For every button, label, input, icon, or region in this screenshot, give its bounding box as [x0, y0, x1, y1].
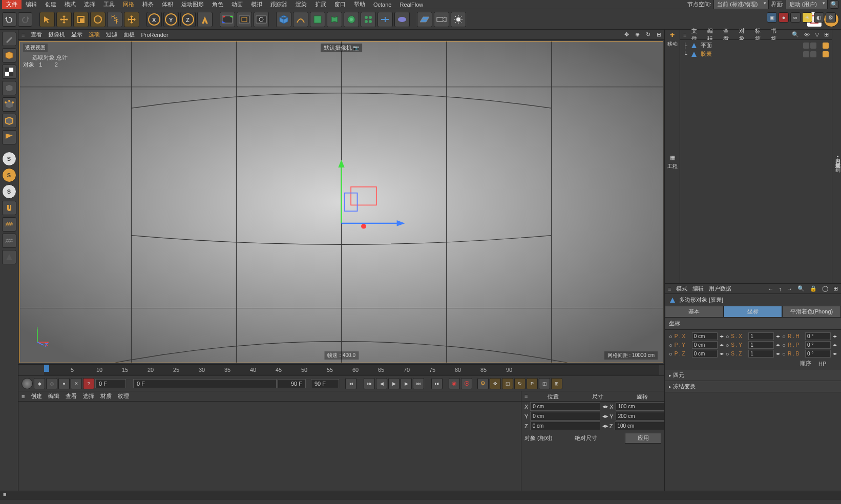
phong-tag-icon[interactable] — [823, 51, 829, 57]
vp-filter[interactable]: 过滤 — [106, 31, 117, 38]
mat-create[interactable]: 创建 — [31, 392, 42, 400]
menu-help[interactable]: 帮助 — [350, 0, 369, 9]
timeline-end1-field[interactable] — [278, 379, 306, 388]
render-view-button[interactable] — [220, 12, 235, 27]
menu-tools[interactable]: 工具 — [99, 0, 119, 9]
attr-sz-input[interactable] — [748, 350, 774, 358]
hamburger-icon[interactable]: ≡ — [668, 286, 671, 292]
coord-mode-dropdown[interactable]: 对象 (相对) — [524, 434, 572, 442]
keyframe-opts[interactable]: ✕ — [71, 378, 82, 389]
phong-tag-icon[interactable] — [823, 43, 829, 49]
menu-extensions[interactable]: 扩展 — [311, 0, 330, 9]
attr-new-icon[interactable]: ◯ — [822, 285, 828, 292]
mini-shadow-icon[interactable]: ◐ — [814, 12, 824, 23]
obj-eye-icon[interactable]: 👁 — [804, 32, 810, 38]
scene-button[interactable] — [377, 12, 393, 27]
object-name[interactable]: 平面 — [701, 41, 712, 49]
attr-py-input[interactable] — [692, 341, 718, 349]
hamburger-icon[interactable]: ≡ — [22, 393, 25, 400]
coord-size-mode-dropdown[interactable]: 绝对尺寸 — [575, 434, 622, 442]
attr-userdata[interactable]: 用户数据 — [709, 285, 731, 292]
menu-mograph[interactable]: 运动图形 — [177, 0, 208, 9]
menu-realflow[interactable]: RealFlow — [395, 1, 427, 9]
param-dot[interactable]: ○ — [782, 333, 786, 340]
menu-simulate[interactable]: 模拟 — [247, 0, 266, 9]
position-z-input[interactable] — [530, 422, 600, 430]
rotate-tool[interactable] — [90, 12, 106, 27]
vp-prorender[interactable]: ProRender — [141, 32, 168, 38]
param-key-button[interactable]: P — [527, 378, 538, 389]
x-axis-toggle[interactable]: X — [146, 12, 162, 27]
attr-expand-icon[interactable]: ⊞ — [833, 285, 838, 292]
keyframe-auto[interactable]: ◇ — [46, 378, 57, 389]
z-axis-toggle[interactable]: Z — [180, 12, 196, 27]
menu-volume[interactable]: 体积 — [158, 0, 177, 9]
position-x-input[interactable] — [530, 402, 600, 411]
attr-rb-input[interactable] — [805, 350, 831, 358]
position-y-input[interactable] — [530, 412, 600, 421]
attr-quaternion-fold[interactable]: 四元 — [665, 370, 841, 381]
texture-mode-button[interactable] — [2, 65, 16, 79]
menu-mesh[interactable]: 网格 — [119, 0, 138, 9]
menu-render[interactable]: 渲染 — [291, 0, 311, 9]
vp-rotate-icon[interactable]: ↻ — [646, 31, 650, 38]
param-dot[interactable]: ○ — [669, 342, 672, 348]
vp-layouts-icon[interactable]: ⊞ — [657, 31, 661, 38]
menu-animate[interactable]: 动画 — [227, 0, 247, 9]
vp-display[interactable]: 显示 — [71, 31, 82, 38]
undo-button[interactable] — [2, 12, 16, 27]
prev-key-button[interactable]: ⏮ — [364, 378, 375, 389]
perspective-viewport[interactable]: 透视视图 默认摄像机 📷 选取对象 总计 对象 1 2 YXZ 帧速：400.0… — [19, 41, 663, 363]
redo-button[interactable] — [18, 12, 32, 27]
coord-apply-button[interactable]: 应用 — [625, 433, 661, 444]
attr-fwd-icon[interactable]: → — [787, 286, 792, 292]
param-dot[interactable]: ○ — [669, 333, 672, 340]
attr-freeze-fold[interactable]: 冻结变换 — [665, 381, 841, 392]
attr-sx-input[interactable] — [748, 332, 774, 340]
attr-sy-input[interactable] — [748, 341, 774, 349]
generator-button[interactable] — [310, 12, 325, 27]
visibility-render-dot[interactable] — [810, 51, 816, 57]
attr-lock-icon[interactable]: 🔒 — [810, 285, 817, 292]
search-icon[interactable]: 🔍 — [830, 1, 839, 9]
object-row-capsule[interactable]: └ 胶囊 — [681, 50, 831, 58]
material-ball-icon[interactable] — [22, 378, 33, 389]
key-options-button[interactable]: ⚙ — [477, 378, 489, 389]
menu-edit[interactable]: 编辑 — [22, 0, 41, 9]
obj-filter-icon[interactable]: ▽ — [815, 31, 819, 38]
mat-edit[interactable]: 编辑 — [48, 392, 59, 400]
obj-expand-icon[interactable]: ⊞ — [824, 31, 829, 38]
param-dot[interactable]: ○ — [782, 342, 786, 348]
timeline-end2-field[interactable] — [311, 379, 339, 388]
select-tool[interactable] — [39, 12, 55, 27]
pos-key-button[interactable]: ✥ — [490, 378, 501, 389]
timeline-start-field[interactable] — [95, 379, 126, 388]
attr-back-icon[interactable]: ← — [768, 286, 774, 292]
mini-settings-icon[interactable]: ⚙ — [826, 12, 836, 23]
workplane-button[interactable] — [2, 81, 16, 95]
deformer-button[interactable] — [327, 12, 342, 27]
attr-pz-input[interactable] — [692, 350, 718, 358]
spline-primitive[interactable] — [293, 12, 308, 27]
visibility-editor-dot[interactable] — [803, 43, 809, 49]
edit-mode-button[interactable] — [2, 32, 16, 46]
mini-record-icon[interactable]: ● — [779, 12, 789, 23]
param-dot[interactable]: ○ — [726, 342, 729, 348]
menu-spline[interactable]: 样条 — [138, 0, 158, 9]
sidebar-move-label[interactable]: 移动 — [667, 40, 678, 48]
play-button[interactable]: ▶ — [388, 378, 400, 389]
attr-rh-input[interactable] — [805, 332, 831, 340]
menu-character[interactable]: 角色 — [208, 0, 227, 9]
floor-button[interactable] — [417, 12, 432, 27]
snap-settings[interactable]: S — [2, 168, 16, 182]
tab-coord[interactable]: 坐标 — [724, 306, 783, 318]
param-dot[interactable]: ○ — [669, 351, 672, 357]
edges-mode-button[interactable] — [2, 114, 16, 128]
move-tool[interactable] — [56, 12, 72, 27]
menu-file[interactable]: 文件 — [2, 0, 22, 9]
param-dot[interactable]: ○ — [726, 333, 729, 340]
keyframe-prev[interactable]: ◆ — [34, 378, 45, 389]
y-axis-toggle[interactable]: Y — [163, 12, 179, 27]
mat-texture[interactable]: 纹理 — [118, 392, 129, 400]
tab-basic[interactable]: 基本 — [665, 306, 724, 318]
